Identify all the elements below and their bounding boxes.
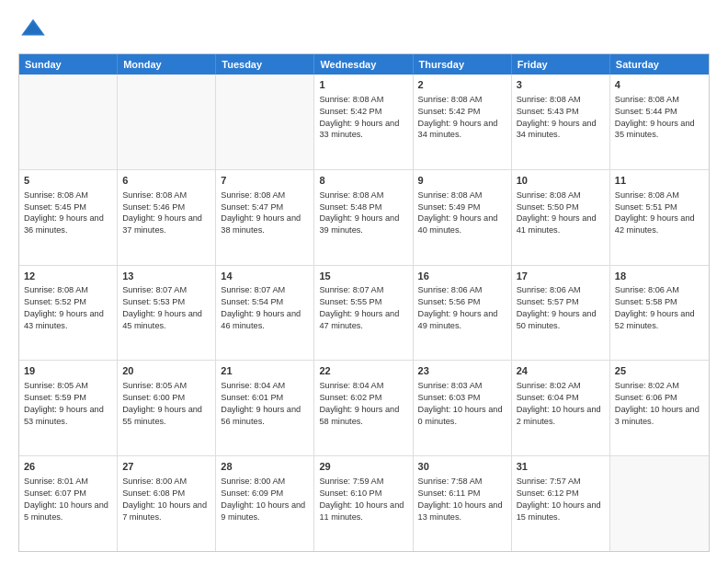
day-number: 4 — [615, 78, 704, 92]
calendar-week: 26Sunrise: 8:01 AMSunset: 6:07 PMDayligh… — [19, 455, 709, 551]
day-number: 19 — [24, 364, 112, 378]
day-number: 30 — [418, 460, 506, 474]
calendar-cell: 14Sunrise: 8:07 AMSunset: 5:54 PMDayligh… — [216, 266, 314, 361]
calendar-cell: 5Sunrise: 8:08 AMSunset: 5:45 PMDaylight… — [19, 170, 118, 265]
calendar-cell: 11Sunrise: 8:08 AMSunset: 5:51 PMDayligh… — [610, 170, 709, 265]
calendar-week: 19Sunrise: 8:05 AMSunset: 5:59 PMDayligh… — [19, 360, 709, 455]
day-info: Sunrise: 7:57 AMSunset: 6:12 PMDaylight:… — [517, 476, 605, 523]
day-number: 10 — [517, 174, 605, 188]
day-number: 8 — [319, 174, 407, 188]
day-number: 9 — [418, 174, 506, 188]
calendar-cell: 26Sunrise: 8:01 AMSunset: 6:07 PMDayligh… — [19, 456, 118, 551]
weekday-header: Wednesday — [314, 54, 413, 75]
calendar-week: 5Sunrise: 8:08 AMSunset: 5:45 PMDaylight… — [19, 169, 709, 265]
calendar-cell: 30Sunrise: 7:58 AMSunset: 6:11 PMDayligh… — [414, 456, 512, 551]
day-info: Sunrise: 8:00 AMSunset: 6:09 PMDaylight:… — [221, 476, 309, 523]
day-info: Sunrise: 8:06 AMSunset: 5:56 PMDaylight:… — [418, 284, 506, 332]
weekday-header: Friday — [512, 54, 610, 75]
day-number: 16 — [418, 270, 506, 283]
day-number: 18 — [615, 270, 704, 283]
day-info: Sunrise: 8:05 AMSunset: 6:00 PMDaylight:… — [122, 380, 210, 428]
calendar: SundayMondayTuesdayWednesdayThursdayFrid… — [18, 53, 710, 552]
calendar-cell — [118, 75, 216, 169]
calendar-cell: 28Sunrise: 8:00 AMSunset: 6:09 PMDayligh… — [216, 456, 314, 551]
day-info: Sunrise: 8:08 AMSunset: 5:49 PMDaylight:… — [418, 190, 506, 237]
day-info: Sunrise: 8:08 AMSunset: 5:42 PMDaylight:… — [319, 94, 407, 142]
day-info: Sunrise: 8:00 AMSunset: 6:08 PMDaylight:… — [122, 476, 210, 523]
day-info: Sunrise: 8:04 AMSunset: 6:02 PMDaylight:… — [319, 380, 407, 428]
day-info: Sunrise: 8:08 AMSunset: 5:44 PMDaylight:… — [615, 94, 704, 142]
calendar-cell: 3Sunrise: 8:08 AMSunset: 5:43 PMDaylight… — [512, 75, 610, 169]
calendar-cell: 15Sunrise: 8:07 AMSunset: 5:55 PMDayligh… — [314, 266, 413, 361]
day-number: 20 — [122, 364, 210, 378]
day-number: 22 — [319, 364, 407, 378]
logo-icon — [18, 15, 48, 44]
page: SundayMondayTuesdayWednesdayThursdayFrid… — [0, 0, 728, 563]
day-number: 21 — [221, 364, 309, 378]
day-info: Sunrise: 8:08 AMSunset: 5:47 PMDaylight:… — [221, 190, 309, 237]
calendar-cell: 7Sunrise: 8:08 AMSunset: 5:47 PMDaylight… — [216, 170, 314, 265]
day-number: 7 — [221, 174, 309, 188]
calendar-cell: 16Sunrise: 8:06 AMSunset: 5:56 PMDayligh… — [414, 266, 512, 361]
calendar-cell — [19, 75, 118, 169]
calendar-cell: 4Sunrise: 8:08 AMSunset: 5:44 PMDaylight… — [610, 75, 709, 169]
calendar-cell: 21Sunrise: 8:04 AMSunset: 6:01 PMDayligh… — [216, 361, 314, 455]
day-number: 31 — [517, 460, 605, 474]
calendar-cell: 17Sunrise: 8:06 AMSunset: 5:57 PMDayligh… — [512, 266, 610, 361]
calendar-week: 12Sunrise: 8:08 AMSunset: 5:52 PMDayligh… — [19, 265, 709, 361]
calendar-cell: 12Sunrise: 8:08 AMSunset: 5:52 PMDayligh… — [19, 266, 118, 361]
day-info: Sunrise: 8:06 AMSunset: 5:57 PMDaylight:… — [517, 284, 605, 332]
calendar-cell: 19Sunrise: 8:05 AMSunset: 5:59 PMDayligh… — [19, 361, 118, 455]
day-info: Sunrise: 8:08 AMSunset: 5:52 PMDaylight:… — [24, 284, 112, 332]
weekday-header: Saturday — [610, 54, 709, 75]
calendar-header: SundayMondayTuesdayWednesdayThursdayFrid… — [19, 54, 709, 75]
calendar-body: 1Sunrise: 8:08 AMSunset: 5:42 PMDaylight… — [19, 75, 709, 551]
day-info: Sunrise: 8:04 AMSunset: 6:01 PMDaylight:… — [221, 380, 309, 428]
day-info: Sunrise: 8:08 AMSunset: 5:48 PMDaylight:… — [319, 190, 407, 237]
calendar-cell: 27Sunrise: 8:00 AMSunset: 6:08 PMDayligh… — [118, 456, 216, 551]
day-number: 12 — [24, 270, 112, 283]
day-number: 26 — [24, 460, 112, 474]
day-info: Sunrise: 8:08 AMSunset: 5:43 PMDaylight:… — [517, 94, 605, 142]
day-info: Sunrise: 8:05 AMSunset: 5:59 PMDaylight:… — [24, 380, 112, 428]
calendar-cell — [610, 456, 709, 551]
header — [18, 15, 710, 44]
day-number: 1 — [319, 78, 407, 92]
day-info: Sunrise: 8:02 AMSunset: 6:04 PMDaylight:… — [517, 380, 605, 428]
day-number: 28 — [221, 460, 309, 474]
calendar-cell: 9Sunrise: 8:08 AMSunset: 5:49 PMDaylight… — [414, 170, 512, 265]
weekday-header: Monday — [118, 54, 216, 75]
calendar-cell: 23Sunrise: 8:03 AMSunset: 6:03 PMDayligh… — [414, 361, 512, 455]
day-number: 27 — [122, 460, 210, 474]
day-info: Sunrise: 8:08 AMSunset: 5:51 PMDaylight:… — [615, 190, 704, 237]
day-number: 24 — [517, 364, 605, 378]
calendar-cell: 20Sunrise: 8:05 AMSunset: 6:00 PMDayligh… — [118, 361, 216, 455]
calendar-cell: 22Sunrise: 8:04 AMSunset: 6:02 PMDayligh… — [314, 361, 413, 455]
calendar-cell — [216, 75, 314, 169]
calendar-cell: 13Sunrise: 8:07 AMSunset: 5:53 PMDayligh… — [118, 266, 216, 361]
day-info: Sunrise: 8:01 AMSunset: 6:07 PMDaylight:… — [24, 476, 112, 523]
day-number: 25 — [615, 364, 704, 378]
calendar-cell: 6Sunrise: 8:08 AMSunset: 5:46 PMDaylight… — [118, 170, 216, 265]
day-info: Sunrise: 7:58 AMSunset: 6:11 PMDaylight:… — [418, 476, 506, 523]
day-number: 14 — [221, 270, 309, 283]
day-number: 6 — [122, 174, 210, 188]
day-info: Sunrise: 7:59 AMSunset: 6:10 PMDaylight:… — [319, 476, 407, 523]
weekday-header: Tuesday — [216, 54, 314, 75]
calendar-cell: 29Sunrise: 7:59 AMSunset: 6:10 PMDayligh… — [314, 456, 413, 551]
day-number: 17 — [517, 270, 605, 283]
day-number: 2 — [418, 78, 506, 92]
logo — [18, 15, 51, 44]
calendar-cell: 18Sunrise: 8:06 AMSunset: 5:58 PMDayligh… — [610, 266, 709, 361]
day-info: Sunrise: 8:06 AMSunset: 5:58 PMDaylight:… — [615, 284, 704, 332]
day-info: Sunrise: 8:08 AMSunset: 5:50 PMDaylight:… — [517, 190, 605, 237]
weekday-header: Sunday — [19, 54, 118, 75]
day-number: 29 — [319, 460, 407, 474]
calendar-cell: 10Sunrise: 8:08 AMSunset: 5:50 PMDayligh… — [512, 170, 610, 265]
day-number: 11 — [615, 174, 704, 188]
day-number: 13 — [122, 270, 210, 283]
calendar-cell: 24Sunrise: 8:02 AMSunset: 6:04 PMDayligh… — [512, 361, 610, 455]
day-info: Sunrise: 8:07 AMSunset: 5:55 PMDaylight:… — [319, 284, 407, 332]
day-info: Sunrise: 8:07 AMSunset: 5:54 PMDaylight:… — [221, 284, 309, 332]
calendar-week: 1Sunrise: 8:08 AMSunset: 5:42 PMDaylight… — [19, 75, 709, 169]
